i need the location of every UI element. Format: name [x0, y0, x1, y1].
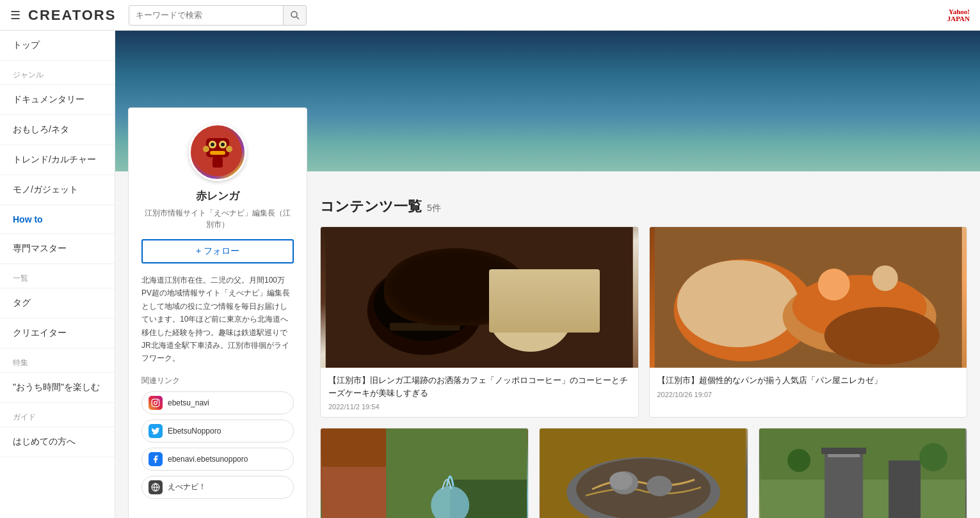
- svg-point-26: [677, 260, 798, 347]
- header: ☰ CREATORS Yahoo! JAPAN: [0, 0, 980, 31]
- sidebar-item-tag[interactable]: タグ: [0, 288, 115, 318]
- social-link-web[interactable]: えべナビ！: [141, 476, 294, 499]
- sidebar-section-list: 一覧: [0, 264, 115, 288]
- social-link-instagram[interactable]: ebetsu_navi: [141, 391, 294, 414]
- svg-point-11: [226, 146, 232, 152]
- article-date-1: 2022/11/2 19:54: [328, 403, 631, 411]
- article-card-1[interactable]: 【江別市】旧レンガ工場跡のお洒落カフェ「ノッポロコーヒー」のコーヒーとチーズケー…: [320, 226, 639, 418]
- twitter-handle: EbetsuNopporo: [168, 427, 221, 436]
- sidebar: トップ ジャンル ドキュメンタリー おもしろ/ネタ トレンド/カルチャー モノ/…: [0, 31, 115, 518]
- fountain-image: [321, 428, 528, 518]
- sidebar-item-creator[interactable]: クリエイター: [0, 318, 115, 349]
- instagram-icon: [149, 396, 163, 410]
- sidebar-item-gadget[interactable]: モノ/ガジェット: [0, 175, 115, 205]
- twitter-svg: [151, 427, 160, 436]
- sidebar-item-top[interactable]: トップ: [0, 31, 115, 61]
- sidebar-item-trend[interactable]: トレンド/カルチャー: [0, 145, 115, 175]
- content-header: コンテンツ一覧 5件: [320, 197, 967, 216]
- articles-top-grid: 【江別市】旧レンガ工場跡のお洒落カフェ「ノッポロコーヒー」のコーヒーとチーズケー…: [320, 226, 967, 418]
- svg-point-0: [291, 12, 297, 17]
- svg-point-7: [221, 143, 225, 146]
- article-card-4[interactable]: 【江別市】大きな牡蠣がいっぱい！厚岸産「かきそば」が食べられるEBRI「蕎麦と牡…: [539, 428, 748, 518]
- facebook-icon: [149, 452, 163, 466]
- svg-marker-22: [499, 281, 563, 320]
- article-card-2[interactable]: 【江別市】超個性的なパンが揃う人気店「パン屋ニレカゼ」 2022/10/26 1…: [649, 226, 968, 418]
- article-thumbnail-1: [321, 227, 638, 368]
- sidebar-item-expert[interactable]: 専門マスター: [0, 234, 115, 264]
- svg-rect-8: [210, 151, 225, 155]
- article-title-1: 【江別市】旧レンガ工場跡のお洒落カフェ「ノッポロコーヒー」のコーヒーとチーズケー…: [328, 374, 631, 399]
- article-date-2: 2022/10/26 19:07: [657, 391, 960, 398]
- web-svg: [151, 483, 160, 492]
- svg-point-21: [489, 281, 572, 352]
- search-button[interactable]: [283, 5, 306, 26]
- svg-point-10: [203, 146, 209, 152]
- article-thumbnail-2: [650, 227, 967, 368]
- article-card-5[interactable]: 【江別市】子供盆おどり唄歌碑にみる歌詞の違い「ちゃんこちゃんこ」ではない事実に衝…: [759, 428, 967, 518]
- article-thumbnail-3: [321, 428, 528, 518]
- svg-rect-12: [152, 399, 159, 407]
- sidebar-item-stayhome[interactable]: "おうち時間"を楽しむ: [0, 373, 115, 403]
- svg-point-6: [211, 143, 214, 146]
- follow-button[interactable]: + フォロー: [141, 239, 294, 263]
- svg-rect-48: [830, 460, 858, 508]
- search-bar: [129, 5, 307, 26]
- sidebar-item-howto[interactable]: How to: [0, 205, 115, 234]
- monument-image: [759, 428, 967, 518]
- articles-bottom-grid: 【江別市】江別駅前公園の噴水に縄文土器！縄文遺跡出土品が多数ある街・江別 202…: [320, 428, 967, 518]
- svg-point-50: [787, 449, 810, 472]
- profile-bio: 北海道江別市在住。二児の父。月間100万PV超の地域情報サイト「えべナビ」編集長…: [141, 274, 294, 365]
- svg-rect-46: [821, 448, 866, 454]
- web-handle: えべナビ！: [168, 482, 206, 492]
- article-thumbnail-5: [759, 428, 967, 518]
- article-title-2: 【江別市】超個性的なパンが揃う人気店「パン屋ニレカゼ」: [657, 374, 960, 387]
- content-area: 赤レンガ 江別市情報サイト「えべナビ」編集長（江別市） + フォロー 北海道江別…: [115, 31, 980, 518]
- social-link-facebook[interactable]: ebenavi.ebetsunopporo: [141, 448, 294, 471]
- svg-rect-47: [828, 454, 860, 457]
- coffee-image: [321, 227, 638, 368]
- soba-image: [540, 428, 747, 518]
- article-card-3[interactable]: 【江別市】江別駅前公園の噴水に縄文土器！縄文遺跡出土品が多数ある街・江別 202…: [320, 428, 529, 518]
- svg-rect-9: [213, 157, 223, 168]
- svg-point-42: [647, 476, 672, 496]
- instagram-svg: [151, 398, 160, 407]
- avatar-svg: [192, 127, 243, 178]
- related-links-label: 関連リンク: [141, 375, 294, 386]
- sidebar-section-feature: 特集: [0, 349, 115, 373]
- sidebar-section-guide: ガイド: [0, 403, 115, 427]
- content-section: コンテンツ一覧 5件: [320, 107, 967, 518]
- profile-card: 赤レンガ 江別市情報サイト「えべナビ」編集長（江別市） + フォロー 北海道江別…: [128, 107, 307, 518]
- search-icon: [290, 10, 300, 20]
- sidebar-section-genre: ジャンル: [0, 61, 115, 85]
- content-count: 5件: [427, 203, 441, 214]
- article-thumbnail-4: [540, 428, 747, 518]
- article-body-2: 【江別市】超個性的なパンが揃う人気店「パン屋ニレカゼ」 2022/10/26 1…: [650, 368, 967, 405]
- web-icon: [149, 480, 163, 494]
- twitter-icon: [149, 424, 163, 438]
- svg-rect-20: [390, 323, 460, 331]
- main-layout: トップ ジャンル ドキュメンタリー おもしろ/ネタ トレンド/カルチャー モノ/…: [0, 31, 980, 518]
- sidebar-item-beginners[interactable]: はじめての方へ: [0, 427, 115, 457]
- instagram-handle: ebetsu_navi: [168, 398, 209, 407]
- profile-name: 赤レンガ: [141, 189, 294, 203]
- sidebar-item-documentary[interactable]: ドキュメンタリー: [0, 85, 115, 115]
- avatar: [189, 123, 246, 181]
- site-logo: CREATORS: [28, 7, 116, 24]
- sidebar-item-funny[interactable]: おもしろ/ネタ: [0, 115, 115, 145]
- content-title: コンテンツ一覧: [320, 197, 422, 216]
- svg-point-30: [817, 269, 849, 301]
- bread-image: [650, 227, 967, 368]
- svg-line-1: [296, 17, 299, 19]
- svg-rect-23: [499, 320, 563, 325]
- svg-point-29: [824, 307, 939, 365]
- article-body-1: 【江別市】旧レンガ工場跡のお洒落カフェ「ノッポロコーヒー」のコーヒーとチーズケー…: [321, 368, 638, 417]
- svg-point-14: [157, 400, 158, 402]
- svg-rect-49: [888, 460, 920, 518]
- avatar-image: [191, 125, 245, 179]
- menu-icon[interactable]: ☰: [10, 8, 20, 22]
- profile-content-wrapper: 赤レンガ 江別市情報サイト「えべナビ」編集長（江別市） + フォロー 北海道江別…: [115, 95, 980, 518]
- svg-point-31: [872, 265, 897, 291]
- profile-description: 江別市情報サイト「えべナビ」編集長（江別市）: [141, 207, 294, 230]
- search-input[interactable]: [129, 10, 283, 20]
- social-link-twitter[interactable]: EbetsuNopporo: [141, 420, 294, 443]
